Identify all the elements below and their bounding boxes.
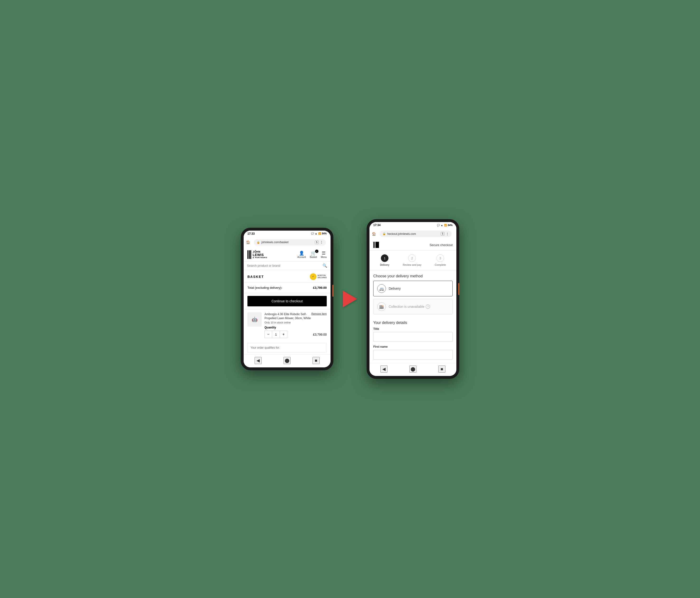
jl-bar-1 <box>247 250 248 259</box>
collection-unavail-info: Collection is unavailable ? <box>389 304 430 309</box>
account-icon: 👤 <box>299 251 304 256</box>
jl-bar-wide <box>376 242 379 248</box>
jl-bar-s2 <box>374 242 375 248</box>
tab-count-left[interactable]: 5 <box>315 241 319 244</box>
search-bar: 🔍 <box>244 261 330 270</box>
quantity-label: Quantity <box>265 326 327 329</box>
delivery-option-collection[interactable]: 🏬 Collection is unavailable ? <box>373 299 453 315</box>
jl-bar-2 <box>249 250 250 259</box>
nav-basket[interactable]: 🛒 1 Basket <box>310 251 317 258</box>
step-delivery: 1 Delivery <box>380 254 390 266</box>
menu-dots-left[interactable]: ⋮ <box>320 241 323 244</box>
search-input[interactable] <box>247 264 321 268</box>
address-bar-right[interactable]: 🔒 heckout.johnlewis.com 5 ⋮ <box>380 231 452 237</box>
arrow-icon <box>343 291 357 307</box>
right-phone-screen: 17:34 💬 ▲ 📶 84% 🏠 🔒 heckout.johnlewis.co… <box>370 222 456 376</box>
browser-address-row-left: 🏠 🔒 johnlewis.com/basket 5 ⋮ <box>244 237 330 248</box>
product-info: Ambrogio 4.36 Elite Robotic Self-Propell… <box>265 312 327 339</box>
norton-badge: ✓ NORTONSECURED <box>310 273 327 280</box>
home-button-right[interactable]: ⬤ <box>409 366 417 373</box>
time-right: 17:34 <box>373 223 381 227</box>
remove-link[interactable]: Remove item <box>311 312 327 315</box>
qty-increase-button[interactable]: + <box>280 330 287 338</box>
qty-controls: − 1 + <box>265 330 287 338</box>
checkout-button[interactable]: Continue to checkout <box>247 296 327 306</box>
jl-bars <box>247 250 251 259</box>
home-icon-right[interactable]: 🏠 <box>372 232 376 236</box>
phone-bottom-right: ◀ ⬤ ■ <box>370 363 456 376</box>
status-icons-left: 💬 ▲ 📶 84% <box>311 232 327 235</box>
left-phone-screen: 17:33 💬 ▲ 📶 84% 🏠 🔒 johnlewis.com/basket… <box>244 231 330 368</box>
status-bar-left: 17:33 💬 ▲ 📶 84% <box>244 231 330 237</box>
url-right: heckout.johnlewis.com <box>387 232 439 235</box>
secure-checkout-header: Secure checkout <box>370 240 456 251</box>
delivery-truck-icon: 🚐 <box>377 284 386 293</box>
jl-logo: JǑHN LEWIS & PARTNERS <box>247 250 267 259</box>
tab-count-right[interactable]: 5 <box>441 232 445 235</box>
account-label: Account <box>297 256 306 258</box>
step-1-circle: 1 <box>381 254 389 262</box>
checkout-page: Secure checkout 1 Delivery 2 Review <box>370 240 456 363</box>
step-1-num: 1 <box>384 256 385 260</box>
partners-text: & PARTNERS <box>253 257 267 259</box>
step-1-label: Delivery <box>380 264 390 266</box>
home-icon-left[interactable]: 🏠 <box>246 240 250 244</box>
status-icons-right: 💬 ▲ 📶 84% <box>437 224 453 227</box>
recents-button-right[interactable]: ■ <box>438 366 446 373</box>
delivery-option-delivery[interactable]: 🚐 Delivery <box>373 281 453 296</box>
step-2-num: 2 <box>411 256 413 260</box>
lock-icon-right: 🔒 <box>382 232 386 235</box>
collection-label: Collection is unavailable <box>389 305 424 308</box>
total-row: Total (excluding delivery): £3,799.00 <box>244 282 330 293</box>
basket-header: JǑHN LEWIS & PARTNERS 👤 Account 🛒 1 <box>244 248 330 261</box>
basket-title: BASKET <box>247 275 264 279</box>
menu-icon: ☰ <box>322 251 326 256</box>
whatsapp-icon: 💬 <box>311 232 314 235</box>
back-button-right[interactable]: ◀ <box>380 366 388 373</box>
qty-decrease-button[interactable]: − <box>265 330 272 338</box>
lewis-text: LEWIS <box>253 253 267 257</box>
jl-text: JǑHN LEWIS & PARTNERS <box>253 250 267 259</box>
signal-icon-r: ▲ <box>441 224 443 227</box>
phone-bottom-left: ◀ ⬤ ■ <box>244 354 330 367</box>
basket-title-row: BASKET ✓ NORTONSECURED <box>244 270 330 282</box>
delivery-form: Title First name <box>370 327 456 363</box>
url-left: johnlewis.com/basket <box>261 241 314 244</box>
first-name-field-label: First name <box>373 345 453 348</box>
battery-left: 84% <box>322 232 327 235</box>
left-phone: 17:33 💬 ▲ 📶 84% 🏠 🔒 johnlewis.com/basket… <box>241 228 333 371</box>
qty-number: 1 <box>272 330 280 338</box>
battery-right: 84% <box>448 224 453 227</box>
menu-dots-right[interactable]: ⋮ <box>446 232 449 235</box>
qualifies-bar: Your order qualifies for: <box>247 343 327 352</box>
accent-bar-right <box>458 283 459 295</box>
whatsapp-icon-r: 💬 <box>437 224 440 227</box>
step-review: 2 Review and pay <box>403 254 421 266</box>
step-2-circle: 2 <box>408 254 416 262</box>
nav-menu[interactable]: ☰ Menu <box>321 251 327 258</box>
right-phone: 17:34 💬 ▲ 📶 84% 🏠 🔒 heckout.johnlewis.co… <box>367 219 459 379</box>
arrow-container <box>343 291 357 307</box>
jl-bar-3 <box>250 250 251 259</box>
question-icon[interactable]: ? <box>426 304 430 309</box>
product-stock: Only 10 in stock online <box>265 321 327 324</box>
wifi-icon-r: 📶 <box>444 224 447 227</box>
first-name-input[interactable] <box>373 350 453 359</box>
product-image: 🤖 <box>247 312 262 327</box>
status-bar-right: 17:34 💬 ▲ 📶 84% <box>370 222 456 228</box>
total-price: £3,799.00 <box>313 286 327 290</box>
nav-account[interactable]: 👤 Account <box>297 251 306 258</box>
home-button-left[interactable]: ⬤ <box>283 357 291 364</box>
delivery-details-title: Your delivery details <box>370 317 456 327</box>
product-price: £3,799.00 <box>313 333 327 336</box>
recents-button-left[interactable]: ■ <box>312 357 320 364</box>
step-3-circle: 3 <box>436 254 444 262</box>
step-complete: 3 Complete <box>435 254 446 266</box>
accent-bar-left <box>332 285 333 297</box>
time-left: 17:33 <box>247 232 255 235</box>
title-input[interactable] <box>373 332 453 342</box>
total-label: Total (excluding delivery): <box>247 286 282 290</box>
back-button-left[interactable]: ◀ <box>254 357 262 364</box>
collection-store-icon: 🏬 <box>377 302 386 311</box>
address-bar-left[interactable]: 🔒 johnlewis.com/basket 5 ⋮ <box>254 239 326 246</box>
